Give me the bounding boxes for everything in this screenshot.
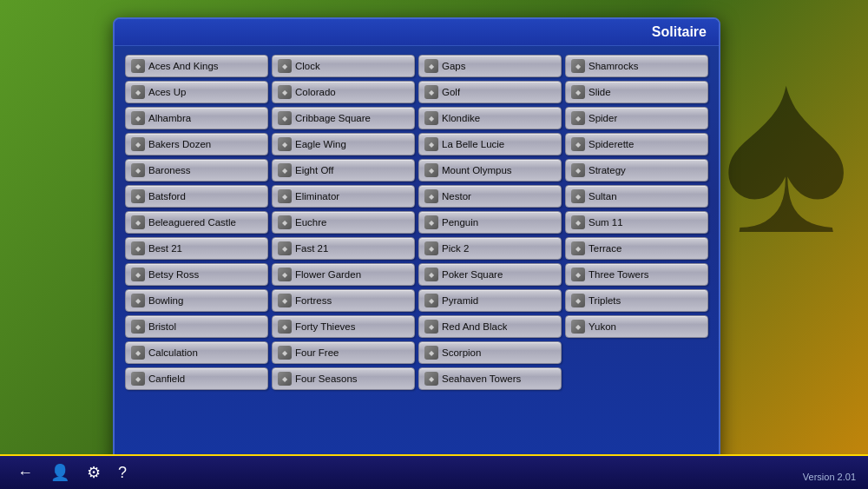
game-label: Bowling [148, 295, 183, 306]
game-button-red-and-black[interactable]: ◆Red And Black [418, 315, 562, 338]
game-button-pick-2[interactable]: ◆Pick 2 [418, 237, 562, 260]
game-label: Flower Garden [295, 269, 361, 280]
game-icon: ◆ [571, 320, 585, 334]
game-label: Fortress [295, 295, 332, 306]
game-button-spiderette[interactable]: ◆Spiderette [565, 133, 708, 155]
game-button-yukon[interactable]: ◆Yukon [565, 315, 708, 338]
game-icon: ◆ [278, 294, 292, 307]
game-icon: ◆ [278, 111, 292, 125]
game-label: Strategy [589, 165, 626, 175]
title-bar: Solitaire [115, 19, 719, 46]
game-button-golf[interactable]: ◆Golf [418, 81, 562, 103]
user-icon[interactable]: 👤 [50, 463, 69, 482]
game-icon: ◆ [131, 85, 145, 99]
settings-icon[interactable]: ⚙ [87, 463, 101, 482]
game-button-best-21[interactable]: ◆Best 21 [125, 237, 268, 260]
game-label: La Belle Lucie [442, 139, 504, 149]
game-button-four-free[interactable]: ◆Four Free [272, 341, 415, 364]
game-button-colorado[interactable]: ◆Colorado [272, 81, 415, 103]
game-label: Golf [442, 87, 460, 97]
game-button-cribbage-square[interactable]: ◆Cribbage Square [272, 107, 415, 129]
game-label: Four Seasons [295, 373, 358, 384]
game-button-aces-up[interactable]: ◆Aces Up [125, 81, 268, 103]
game-button-nestor[interactable]: ◆Nestor [418, 185, 562, 208]
game-button-mount-olympus[interactable]: ◆Mount Olympus [418, 159, 562, 182]
game-icon: ◆ [571, 137, 585, 151]
version-label: Version 2.01 [803, 472, 856, 482]
game-button-poker-square[interactable]: ◆Poker Square [418, 263, 562, 286]
game-button-scorpion[interactable]: ◆Scorpion [418, 341, 562, 364]
game-label: Pick 2 [442, 243, 469, 254]
game-button-fortress[interactable]: ◆Fortress [272, 289, 415, 312]
game-label: Best 21 [148, 243, 182, 254]
game-icon: ◆ [131, 294, 145, 307]
game-label: Forty Thieves [295, 321, 355, 332]
game-icon: ◆ [424, 59, 438, 73]
game-button-triplets[interactable]: ◆Triplets [565, 289, 708, 312]
back-icon[interactable]: ← [17, 464, 33, 482]
game-label: Gaps [442, 61, 466, 71]
game-label: Scorpion [442, 347, 481, 358]
game-label: Shamrocks [589, 61, 639, 71]
game-button-penguin[interactable]: ◆Penguin [418, 211, 562, 234]
game-button-terrace[interactable]: ◆Terrace [565, 237, 708, 260]
game-button-canfield[interactable]: ◆Canfield [125, 367, 268, 390]
game-button-clock[interactable]: ◆Clock [272, 55, 415, 77]
game-button-betsy-ross[interactable]: ◆Betsy Ross [125, 263, 268, 286]
game-button-calculation[interactable]: ◆Calculation [125, 341, 268, 364]
game-button-batsford[interactable]: ◆Batsford [125, 185, 268, 208]
game-icon: ◆ [424, 85, 438, 99]
game-icon: ◆ [278, 346, 292, 360]
game-button-flower-garden[interactable]: ◆Flower Garden [272, 263, 415, 286]
game-button-slide[interactable]: ◆Slide [565, 81, 708, 103]
game-label: Eliminator [295, 191, 339, 202]
game-button-la-belle-lucie[interactable]: ◆La Belle Lucie [418, 133, 562, 155]
game-label: Seahaven Towers [442, 373, 521, 384]
game-button-beleaguered-castle[interactable]: ◆Beleaguered Castle [125, 211, 268, 234]
game-icon: ◆ [131, 137, 145, 151]
game-icon: ◆ [571, 294, 585, 307]
game-icon: ◆ [571, 215, 585, 229]
help-icon[interactable]: ? [118, 464, 127, 482]
game-label: Spider [589, 113, 617, 123]
game-icon: ◆ [424, 268, 438, 281]
game-label: Nestor [442, 191, 471, 202]
game-button-euchre[interactable]: ◆Euchre [272, 211, 415, 234]
game-button-fast-21[interactable]: ◆Fast 21 [272, 237, 415, 260]
game-button-eliminator[interactable]: ◆Eliminator [272, 185, 415, 208]
game-label: Beleaguered Castle [148, 217, 236, 228]
game-button-baroness[interactable]: ◆Baroness [125, 159, 268, 182]
game-button-spider[interactable]: ◆Spider [565, 107, 708, 129]
game-icon: ◆ [278, 215, 292, 229]
game-icon: ◆ [278, 372, 292, 386]
game-button-eagle-wing[interactable]: ◆Eagle Wing [272, 133, 415, 155]
game-button-aces-and-kings[interactable]: ◆Aces And Kings [125, 55, 268, 77]
game-button-gaps[interactable]: ◆Gaps [418, 55, 562, 77]
game-button-sum-11[interactable]: ◆Sum 11 [565, 211, 708, 234]
game-button-alhambra[interactable]: ◆Alhambra [125, 107, 268, 129]
game-button-four-seasons[interactable]: ◆Four Seasons [272, 367, 415, 390]
game-label: Spiderette [589, 139, 634, 149]
game-label: Red And Black [442, 321, 507, 332]
game-button-three-towers[interactable]: ◆Three Towers [565, 263, 708, 286]
game-button-forty-thieves[interactable]: ◆Forty Thieves [272, 315, 415, 338]
game-icon: ◆ [278, 189, 292, 203]
game-button-bakers-dozen[interactable]: ◆Bakers Dozen [125, 133, 268, 155]
game-icon: ◆ [424, 241, 438, 255]
game-button-klondike[interactable]: ◆Klondike [418, 107, 562, 129]
game-button-eight-off[interactable]: ◆Eight Off [272, 159, 415, 182]
game-button-shamrocks[interactable]: ◆Shamrocks [565, 55, 708, 77]
game-label: Eagle Wing [295, 139, 346, 149]
game-button-sultan[interactable]: ◆Sultan [565, 185, 708, 208]
game-button-seahaven-towers[interactable]: ◆Seahaven Towers [418, 367, 562, 390]
game-button-bowling[interactable]: ◆Bowling [125, 289, 268, 312]
game-icon: ◆ [424, 111, 438, 125]
game-icon: ◆ [131, 320, 145, 334]
game-label: Fast 21 [295, 243, 328, 254]
main-panel: Solitaire ◆Aces And Kings◆Clock◆Gaps◆Sha… [113, 17, 720, 469]
game-button-strategy[interactable]: ◆Strategy [565, 159, 708, 182]
game-button-bristol[interactable]: ◆Bristol [125, 315, 268, 338]
game-icon: ◆ [278, 137, 292, 151]
game-button-pyramid[interactable]: ◆Pyramid [418, 289, 562, 312]
game-icon: ◆ [131, 268, 145, 281]
